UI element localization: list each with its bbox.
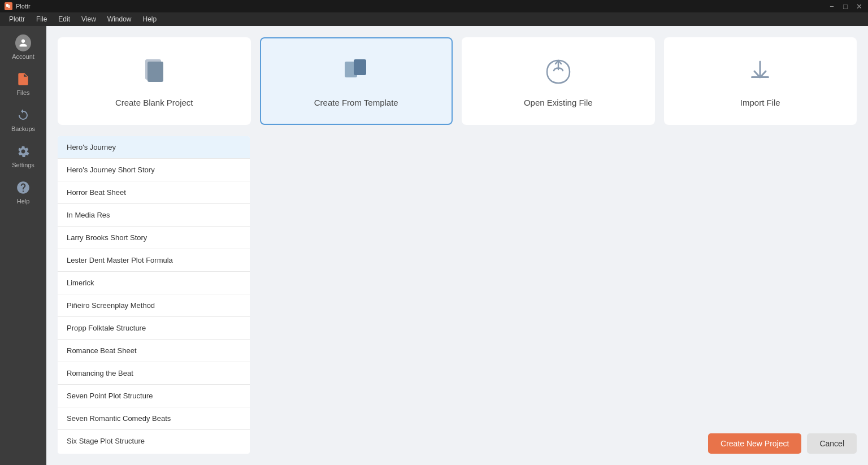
menu-item-view[interactable]: View	[77, 14, 101, 24]
template-item[interactable]: Six Stage Plot Structure	[58, 430, 250, 452]
sidebar-files-label: Files	[16, 89, 29, 96]
template-item[interactable]: Romancing the Beat	[58, 362, 250, 385]
settings-icon	[15, 144, 31, 159]
files-icon	[15, 71, 31, 87]
menu-item-help[interactable]: Help	[138, 14, 162, 24]
sidebar-backups-label: Backups	[11, 125, 35, 132]
close-button[interactable]: ✕	[854, 2, 863, 11]
app-icon	[5, 2, 12, 10]
template-item[interactable]: Seven Point Plot Structure	[58, 385, 250, 407]
sidebar-item-backups[interactable]: Backups	[3, 103, 43, 137]
open-file-label: Open Existing File	[524, 98, 593, 107]
import-file-icon	[743, 55, 777, 91]
sidebar-item-settings[interactable]: Settings	[3, 139, 43, 173]
template-list-container: Hero's JourneyHero's Journey Short Story…	[58, 136, 250, 454]
template-item[interactable]: Piñeiro Screenplay Method	[58, 294, 250, 317]
sidebar-help-label: Help	[17, 198, 30, 205]
template-item[interactable]: In Media Res	[58, 204, 250, 227]
blank-project-icon	[137, 55, 171, 91]
create-template-card[interactable]: Create From Template	[260, 37, 453, 125]
menu-item-window[interactable]: Window	[103, 14, 136, 24]
svg-rect-3	[147, 62, 163, 82]
main-content: Create Blank Project Create From Templat…	[46, 26, 868, 465]
sidebar-item-help[interactable]: Help	[3, 175, 43, 209]
svg-rect-1	[8, 5, 10, 8]
svg-rect-5	[354, 59, 366, 75]
bottom-bar: Create New Project Cancel	[708, 433, 857, 454]
sidebar-item-account[interactable]: Account	[3, 31, 43, 64]
template-item[interactable]: Limerick	[58, 272, 250, 294]
sidebar: Account Files Backups	[0, 26, 46, 465]
sidebar-account-label: Account	[12, 53, 34, 60]
open-file-card[interactable]: Open Existing File	[462, 37, 655, 125]
cards-row: Create Blank Project Create From Templat…	[58, 37, 857, 125]
template-item[interactable]: Romance Beat Sheet	[58, 340, 250, 362]
template-item[interactable]: Seven Romantic Comedy Beats	[58, 407, 250, 430]
template-list-area: Hero's JourneyHero's Journey Short Story…	[58, 136, 857, 454]
menu-item-edit[interactable]: Edit	[54, 14, 75, 24]
template-item[interactable]: Horror Beat Sheet	[58, 181, 250, 204]
open-file-icon	[541, 55, 575, 91]
menu-item-plottr[interactable]: Plottr	[5, 14, 29, 24]
sidebar-item-files[interactable]: Files	[3, 67, 43, 101]
template-item[interactable]: Lester Dent Master Plot Formula	[58, 249, 250, 272]
app-title: Plottr	[16, 3, 31, 10]
template-item[interactable]: Hero's Journey Short Story	[58, 159, 250, 181]
create-blank-card[interactable]: Create Blank Project	[58, 37, 251, 125]
template-item[interactable]: Larry Brooks Short Story	[58, 227, 250, 249]
template-icon	[339, 55, 373, 91]
cancel-button[interactable]: Cancel	[807, 433, 857, 454]
maximize-button[interactable]: □	[841, 2, 850, 11]
help-icon	[15, 180, 31, 195]
import-file-card[interactable]: Import File	[664, 37, 857, 125]
window-controls: − □ ✕	[827, 2, 863, 11]
sidebar-settings-label: Settings	[12, 162, 34, 168]
create-new-project-button[interactable]: Create New Project	[708, 433, 801, 454]
template-list[interactable]: Hero's JourneyHero's Journey Short Story…	[58, 136, 250, 454]
title-bar: Plottr − □ ✕	[0, 0, 868, 12]
create-blank-label: Create Blank Project	[115, 98, 193, 107]
app-body: Account Files Backups	[0, 26, 868, 465]
minimize-button[interactable]: −	[827, 2, 836, 11]
backups-icon	[15, 107, 31, 123]
create-template-label: Create From Template	[314, 98, 398, 107]
template-item[interactable]: Hero's Journey	[58, 136, 250, 159]
account-icon	[15, 35, 31, 51]
import-file-label: Import File	[740, 98, 780, 107]
menu-item-file[interactable]: File	[32, 14, 51, 24]
menu-bar: PlottrFileEditViewWindowHelp	[0, 12, 868, 26]
template-item[interactable]: Propp Folktale Structure	[58, 317, 250, 340]
